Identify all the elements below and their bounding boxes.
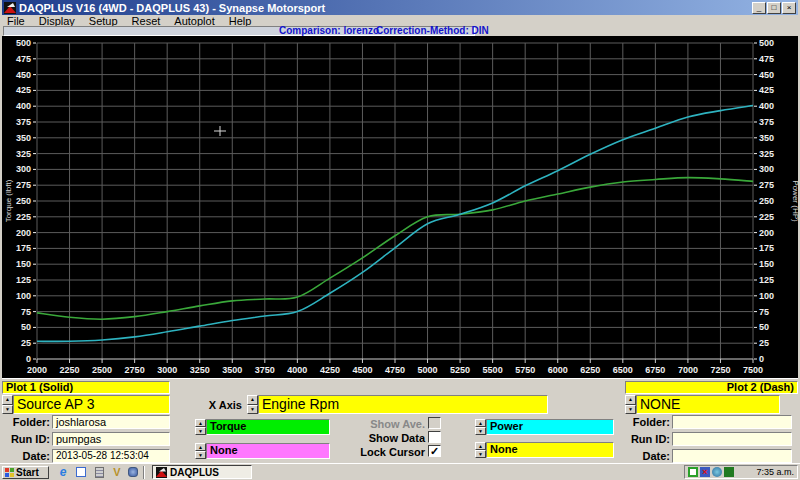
windows-flag-icon — [5, 468, 14, 477]
start-button-label: Start — [16, 467, 39, 478]
svg-text:300: 300 — [759, 164, 774, 174]
folder-field-left[interactable]: joshlarosa — [52, 415, 170, 429]
quick-launch-media-icon[interactable] — [126, 466, 140, 479]
svg-text:6750: 6750 — [645, 365, 665, 375]
svg-text:5000: 5000 — [418, 365, 438, 375]
minimize-button[interactable]: _ — [752, 2, 766, 14]
channel3-spinner[interactable]: ▲▼ — [475, 419, 486, 435]
plot1-source-field[interactable]: Source AP 3 — [13, 395, 170, 414]
svg-text:325: 325 — [16, 149, 31, 159]
svg-text:3750: 3750 — [255, 365, 275, 375]
svg-text:275: 275 — [759, 180, 774, 190]
lock-cursor-checkbox[interactable]: ✓ — [428, 445, 441, 457]
svg-text:75: 75 — [21, 307, 31, 317]
svg-text:2500: 2500 — [92, 365, 112, 375]
runid-field-right[interactable] — [672, 432, 792, 446]
channel4-spinner[interactable]: ▲▼ — [475, 442, 486, 458]
quick-launch-v-app-icon[interactable]: V — [110, 466, 124, 479]
quick-launch-desktop-icon[interactable] — [74, 466, 88, 479]
svg-text:Power (HP): Power (HP) — [791, 180, 798, 222]
svg-text:5500: 5500 — [483, 365, 503, 375]
tray-globe-icon[interactable] — [712, 467, 722, 477]
tray-error-icon[interactable]: × — [700, 467, 710, 477]
system-tray: × 7:35 a.m. — [684, 465, 798, 479]
tray-status-icon[interactable] — [724, 467, 734, 477]
daqplus-task-button[interactable]: DAQPLUS — [152, 465, 252, 479]
svg-text:6250: 6250 — [580, 365, 600, 375]
channel3-field[interactable]: Power — [486, 419, 614, 435]
x-axis-label: X Axis — [187, 399, 242, 411]
plot1-header-bar: Plot 1 (Solid) — [2, 381, 170, 394]
svg-text:4750: 4750 — [385, 365, 405, 375]
svg-text:7250: 7250 — [710, 365, 730, 375]
svg-text:25: 25 — [21, 338, 31, 348]
channel1-spinner[interactable]: ▲▼ — [195, 419, 206, 435]
svg-text:400: 400 — [759, 101, 774, 111]
source1-spinner[interactable]: ▲▼ — [2, 395, 13, 414]
show-data-label: Show Data — [302, 432, 425, 444]
channel2-spinner[interactable]: ▲▼ — [195, 443, 206, 459]
svg-text:75: 75 — [759, 307, 769, 317]
svg-text:375: 375 — [759, 117, 774, 127]
channel4-field[interactable]: None — [486, 442, 614, 458]
runid-field-left[interactable]: pumpgas — [52, 432, 170, 446]
svg-text:300: 300 — [16, 164, 31, 174]
date-field-left[interactable]: 2013-05-28 12:53:04 — [52, 449, 170, 463]
x-axis-spinner[interactable]: ▲▼ — [247, 395, 258, 414]
x-axis-field[interactable]: Engine Rpm — [258, 395, 548, 414]
svg-text:0: 0 — [26, 354, 31, 364]
svg-text:25: 25 — [759, 338, 769, 348]
show-data-checkbox[interactable] — [428, 431, 441, 443]
quick-launch-document-icon[interactable] — [92, 466, 106, 479]
clock: 7:35 a.m. — [756, 467, 794, 477]
restore-button[interactable]: □ — [767, 2, 781, 14]
svg-text:0: 0 — [759, 354, 764, 364]
svg-text:250: 250 — [16, 196, 31, 206]
svg-text:375: 375 — [16, 117, 31, 127]
svg-text:7000: 7000 — [678, 365, 698, 375]
tray-network-icon[interactable] — [688, 467, 698, 477]
svg-text:225: 225 — [16, 212, 31, 222]
svg-text:4000: 4000 — [287, 365, 307, 375]
svg-text:450: 450 — [16, 70, 31, 80]
svg-text:2250: 2250 — [60, 365, 80, 375]
svg-text:2750: 2750 — [125, 365, 145, 375]
svg-text:5750: 5750 — [515, 365, 535, 375]
svg-text:475: 475 — [16, 54, 31, 64]
daqplus-logo-icon — [4, 2, 16, 14]
control-panel: Plot 1 (Solid) Plot 2 (Dash) ▲▼ Source A… — [2, 378, 798, 462]
taskbar: Start e V DAQPLUS × 7:35 a.m. — [0, 463, 800, 480]
svg-text:4250: 4250 — [320, 365, 340, 375]
svg-text:225: 225 — [759, 212, 774, 222]
start-button[interactable]: Start — [2, 466, 49, 479]
window-controls: _ □ × — [752, 2, 796, 14]
svg-text:325: 325 — [759, 149, 774, 159]
daqplus-task-label: DAQPLUS — [170, 467, 219, 478]
svg-text:250: 250 — [759, 196, 774, 206]
svg-text:200: 200 — [759, 228, 774, 238]
correction-method-label: Correction-Method: DIN — [376, 25, 489, 36]
svg-text:150: 150 — [16, 259, 31, 269]
date-field-right[interactable] — [672, 449, 792, 463]
show-ave-checkbox[interactable] — [428, 417, 441, 429]
folder-field-right[interactable] — [672, 415, 792, 429]
app-window: DAQPLUS V16 (4WD - DAQPLUS 43) - Synapse… — [0, 0, 800, 480]
runid-label-right: Run ID: — [597, 433, 670, 445]
svg-text:100: 100 — [16, 291, 31, 301]
folder-label-right: Folder: — [597, 416, 670, 428]
plot2-header-bar: Plot 2 (Dash) — [625, 381, 798, 394]
svg-text:500: 500 — [759, 38, 774, 48]
svg-text:3000: 3000 — [157, 365, 177, 375]
dyno-chart-canvas[interactable]: 2000225025002750300032503500375040004250… — [2, 36, 798, 378]
date-label-left: Date: — [2, 450, 50, 462]
date-label-right: Date: — [597, 450, 670, 462]
quick-launch-ie-icon[interactable]: e — [56, 466, 70, 479]
folder-label-left: Folder: — [2, 416, 50, 428]
close-button[interactable]: × — [782, 2, 796, 14]
svg-text:Torque (lbft): Torque (lbft) — [4, 179, 13, 222]
svg-text:6000: 6000 — [548, 365, 568, 375]
plot2-source-field[interactable]: NONE — [636, 395, 780, 414]
svg-text:3500: 3500 — [222, 365, 242, 375]
daqplus-task-icon — [156, 467, 167, 478]
source2-spinner[interactable]: ▲▼ — [625, 395, 636, 414]
